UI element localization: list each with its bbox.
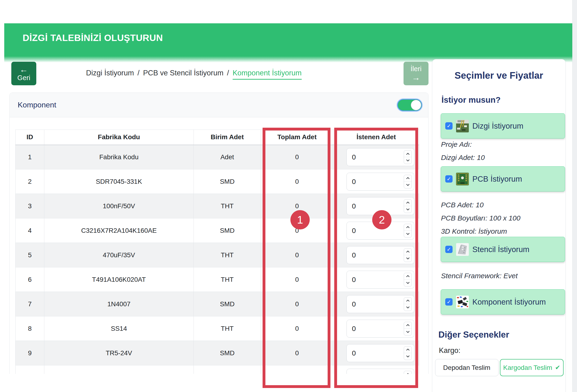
spinner-up-icon[interactable]: [404, 347, 412, 353]
header-id: ID: [16, 130, 44, 145]
cargo-option-label: Kargodan Teslim: [503, 364, 552, 371]
komponent-photo-icon: [456, 296, 469, 308]
header-istenen-adet: İstenen Adet: [333, 130, 419, 145]
page-scrollbar[interactable]: [572, 0, 577, 392]
spinner-up-icon[interactable]: [404, 322, 412, 329]
number-spinner[interactable]: [404, 322, 412, 335]
table-row: 4 C3216X7R2A104K160AE SMD 0: [16, 218, 419, 243]
cell-id: 4: [16, 218, 44, 243]
page: DİZGİ TALEBİNİZİ OLUŞTURUN ← Geri Dizgi …: [0, 0, 577, 392]
spinner-up-icon[interactable]: [404, 297, 412, 304]
component-section: Komponent ID Fabrika Kodu Birim Adet Top…: [9, 93, 429, 374]
page-header-bar: DİZGİ TALEBİNİZİ OLUŞTURUN: [4, 23, 572, 63]
istenen-adet-input[interactable]: [347, 349, 392, 357]
table-header-row: ID Fabrika Kodu Birim Adet Toplam Adet İ…: [16, 130, 419, 145]
cell-id: 10: [16, 365, 44, 374]
check-icon: ✔: [555, 364, 560, 371]
number-spinner[interactable]: [404, 371, 412, 374]
stencil-photo-icon: [456, 243, 469, 256]
breadcrumb-item-pcb-stencil[interactable]: PCB ve Stencil İstiyorum: [143, 69, 223, 77]
breadcrumb-separator: /: [137, 69, 140, 77]
spinner-down-icon[interactable]: [404, 206, 412, 213]
spinner-down-icon[interactable]: [404, 157, 412, 164]
option-stencil-istiyorum[interactable]: ✓ Stencil İstiyorum: [441, 237, 565, 262]
cell-birim-adet: THT: [194, 194, 261, 218]
istenen-adet-input[interactable]: [347, 178, 392, 186]
option-komponent-istiyorum[interactable]: ✓ Komponent İstiyorum: [441, 289, 565, 315]
number-spinner[interactable]: [404, 248, 412, 262]
table-row: 3 100nF/50V THT 0: [16, 194, 419, 218]
number-spinner[interactable]: [404, 297, 412, 311]
istenen-adet-input[interactable]: [347, 227, 392, 235]
checkbox-checked-icon[interactable]: ✓: [445, 246, 453, 253]
cell-fabrika-kodu: SDR7045-331K: [44, 169, 194, 194]
cell-fabrika-kodu: T491A106K020AT: [44, 267, 194, 292]
spinner-up-icon[interactable]: [404, 175, 412, 182]
number-spinner[interactable]: [404, 199, 412, 213]
component-toggle[interactable]: [397, 99, 422, 111]
component-card: Komponent ID Fabrika Kodu Birim Adet Top…: [9, 93, 429, 374]
spinner-down-icon[interactable]: [404, 230, 412, 237]
component-card-header: Komponent: [10, 93, 428, 117]
cell-istenen-adet: [333, 316, 419, 341]
istenen-adet-field: [347, 295, 414, 313]
cargo-label: Kargo:: [439, 346, 460, 355]
number-spinner[interactable]: [404, 175, 412, 189]
checkbox-checked-icon[interactable]: ✓: [445, 122, 453, 130]
cell-istenen-adet: [333, 169, 419, 194]
back-button[interactable]: ← Geri: [11, 62, 36, 85]
spinner-down-icon[interactable]: [404, 181, 412, 188]
option-label: Stencil İstiyorum: [472, 245, 529, 254]
spinner-up-icon[interactable]: [404, 273, 412, 280]
breadcrumb-separator: /: [227, 69, 229, 77]
spinner-down-icon[interactable]: [404, 279, 412, 286]
option-dizgi-istiyorum[interactable]: ✓ Dizgi İstiyorum: [441, 113, 565, 138]
number-spinner[interactable]: [404, 224, 412, 237]
istenen-adet-field: [347, 344, 414, 362]
table-row: 2 SDR7045-331K SMD 0: [16, 169, 419, 194]
spinner-up-icon[interactable]: [404, 199, 412, 206]
number-spinner[interactable]: [404, 273, 412, 287]
spinner-down-icon[interactable]: [404, 353, 412, 360]
istenen-adet-input[interactable]: [347, 202, 392, 210]
cell-birim-adet: Adet: [194, 145, 261, 169]
cell-fabrika-kodu: BT4240242C: [44, 365, 194, 374]
breadcrumb-item-dizgi[interactable]: Dizgi İstiyorum: [86, 69, 134, 77]
istenen-adet-input[interactable]: [347, 251, 392, 259]
cell-fabrika-kodu: 100nF/50V: [44, 194, 194, 218]
checkbox-checked-icon[interactable]: ✓: [445, 298, 453, 306]
cell-fabrika-kodu: C3216X7R2A104K160AE: [44, 218, 194, 243]
cargo-kargodan-teslim-button[interactable]: Kargodan Teslim ✔: [500, 359, 564, 376]
breadcrumb-item-komponent-active[interactable]: Komponent İstiyorum: [233, 69, 302, 80]
spinner-down-icon[interactable]: [404, 328, 412, 335]
spinner-up-icon[interactable]: [404, 371, 412, 374]
cell-toplam-adet: 0: [261, 341, 333, 365]
cargo-depodan-teslim-button[interactable]: Depodan Teslim: [435, 359, 499, 376]
spinner-down-icon[interactable]: [404, 255, 412, 262]
cell-istenen-adet: [333, 341, 419, 365]
detail-line: Stencil Framework: Evet: [441, 269, 518, 282]
istenen-adet-field: [347, 369, 414, 374]
istenen-adet-input[interactable]: [347, 325, 392, 333]
next-button[interactable]: İleri →: [403, 62, 429, 85]
number-spinner[interactable]: [404, 346, 412, 360]
istenen-adet-field: [347, 197, 414, 215]
other-options-title: Diğer Seçenekler: [438, 330, 509, 340]
istenen-adet-input[interactable]: [347, 276, 392, 284]
arrow-right-icon: →: [412, 73, 420, 82]
spinner-up-icon[interactable]: [404, 249, 412, 255]
breadcrumb: Dizgi İstiyorum / PCB ve Stencil İstiyor…: [86, 69, 302, 80]
spinner-up-icon[interactable]: [404, 151, 412, 157]
cell-birim-adet: SMD: [194, 169, 261, 194]
istenen-adet-input[interactable]: [347, 153, 392, 161]
checkbox-checked-icon[interactable]: ✓: [445, 175, 453, 183]
cell-birim-adet: SMD: [194, 341, 261, 365]
spinner-down-icon[interactable]: [404, 304, 412, 311]
option-pcb-istiyorum[interactable]: ✓ PCB İstiyorum: [441, 166, 565, 192]
istenen-adet-input[interactable]: [347, 300, 392, 308]
number-spinner[interactable]: [404, 150, 412, 164]
table-row: 1 Fabrika Kodu Adet 0: [16, 145, 419, 169]
table-row: 6 T491A106K020AT THT 0: [16, 267, 419, 292]
spinner-up-icon[interactable]: [404, 224, 412, 231]
istenen-adet-input[interactable]: [347, 374, 392, 374]
